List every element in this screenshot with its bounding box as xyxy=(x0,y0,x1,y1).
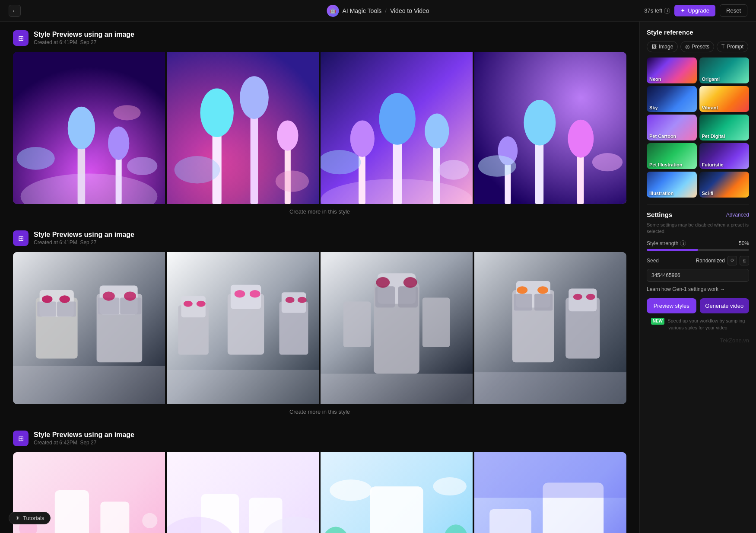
style-strength-row: Style strength ℹ 50% xyxy=(647,240,749,251)
preset-pet-illustration[interactable]: Pet Illustration xyxy=(647,143,697,169)
svg-point-30 xyxy=(524,100,556,146)
svg-point-22 xyxy=(350,120,375,156)
svg-point-5 xyxy=(17,147,55,170)
svg-point-42 xyxy=(42,295,53,303)
sidebar: Style reference 🖼 Image ◎ Presets T Prom… xyxy=(639,22,756,533)
svg-point-58 xyxy=(235,290,245,298)
image-cell[interactable] xyxy=(13,52,165,204)
topbar-center: 🤖 AI Magic Tools / Video to Video xyxy=(327,5,429,17)
image-cell[interactable] xyxy=(474,252,626,404)
advanced-link[interactable]: Advanced xyxy=(726,212,749,218)
ref-tab-prompt[interactable]: T Prompt xyxy=(717,41,748,52)
svg-rect-68 xyxy=(375,286,395,307)
preset-neon[interactable]: Neon xyxy=(647,57,697,83)
settings-note: Some settings may be disabled when a pre… xyxy=(647,222,749,235)
style-group-2-grid xyxy=(13,252,626,404)
seed-copy-button[interactable]: ⎘ xyxy=(740,256,749,265)
image-cell[interactable] xyxy=(167,452,319,533)
slider-fill xyxy=(647,249,698,251)
style-group-3-header: ⊞ Style Previews using an image Created … xyxy=(13,431,626,446)
style-group-1-created: Created at 6:41PM, Sep 27 xyxy=(34,39,134,45)
image-cell[interactable] xyxy=(321,252,473,404)
timer-info-icon[interactable]: ℹ xyxy=(664,8,670,14)
svg-point-95 xyxy=(142,513,157,528)
svg-rect-79 xyxy=(534,294,553,311)
svg-point-35 xyxy=(478,155,516,176)
seed-randomize-button[interactable]: ⟳ xyxy=(727,256,737,265)
ref-tab-presets[interactable]: ◎ Presets xyxy=(680,41,714,52)
svg-rect-41 xyxy=(57,301,76,316)
svg-point-55 xyxy=(197,301,206,307)
settings-title: Settings xyxy=(647,211,672,218)
generate-video-button[interactable]: Generate video xyxy=(700,298,750,313)
preset-pet-cartoon[interactable]: Pet Cartoon xyxy=(647,115,697,140)
style-group-2: ⊞ Style Previews using an image Created … xyxy=(13,230,626,415)
style-group-2-info: Style Previews using an image Created at… xyxy=(34,231,134,246)
ref-tab-image[interactable]: 🖼 Image xyxy=(647,41,678,52)
svg-point-43 xyxy=(59,295,70,303)
create-more-1[interactable]: Create more in this style xyxy=(13,208,626,215)
svg-point-4 xyxy=(108,126,129,160)
ref-tabs: 🖼 Image ◎ Presets T Prompt xyxy=(647,41,749,52)
svg-rect-72 xyxy=(343,301,371,347)
image-cell[interactable] xyxy=(321,452,473,533)
svg-rect-83 xyxy=(569,288,597,311)
svg-point-71 xyxy=(403,277,417,288)
preset-vibrant[interactable]: Vibrant xyxy=(699,86,750,112)
svg-rect-64 xyxy=(167,370,319,404)
reset-button[interactable]: Reset xyxy=(720,4,747,17)
seed-input[interactable]: 3454465966 xyxy=(647,269,749,282)
image-cell[interactable] xyxy=(167,52,319,204)
preset-sky[interactable]: Sky xyxy=(647,86,697,112)
style-strength-slider[interactable] xyxy=(647,249,749,251)
style-strength-label-row: Style strength ℹ 50% xyxy=(647,240,749,246)
svg-point-81 xyxy=(537,286,548,294)
preset-origami[interactable]: Origami xyxy=(699,57,750,83)
tool-name: AI Magic Tools xyxy=(343,7,382,14)
back-button[interactable]: ← xyxy=(9,5,21,17)
svg-point-16 xyxy=(175,156,220,183)
topbar-left: ← xyxy=(9,5,21,17)
svg-rect-88 xyxy=(55,490,89,533)
style-group-1-title: Style Previews using an image xyxy=(34,31,134,38)
timer-display: 37s left ℹ xyxy=(644,7,670,14)
svg-point-63 xyxy=(298,297,307,303)
upgrade-button[interactable]: ✦ Upgrade xyxy=(674,5,715,16)
create-more-2[interactable]: Create more in this style xyxy=(13,409,626,415)
preview-styles-button[interactable]: Preview styles xyxy=(647,298,696,313)
content-area: ⊞ Style Previews using an image Created … xyxy=(0,22,639,533)
style-strength-info-icon[interactable]: ℹ xyxy=(680,240,686,246)
seed-controls: Randomized ⟳ ⎘ xyxy=(696,256,749,265)
style-reference-title: Style reference xyxy=(647,29,749,36)
style-group-2-icon: ⊞ xyxy=(13,230,29,246)
image-cell[interactable] xyxy=(167,252,319,404)
style-group-3-title: Style Previews using an image xyxy=(34,431,134,439)
svg-rect-50 xyxy=(13,366,165,404)
svg-rect-120 xyxy=(489,509,531,533)
svg-point-2 xyxy=(68,107,95,150)
page-title: Video to Video xyxy=(390,7,429,14)
svg-rect-73 xyxy=(422,298,450,347)
svg-point-24 xyxy=(425,114,449,149)
topbar-right: 37s left ℹ ✦ Upgrade Reset xyxy=(644,4,747,17)
svg-point-13 xyxy=(240,76,269,119)
image-tab-icon: 🖼 xyxy=(651,44,657,50)
image-cell[interactable] xyxy=(13,252,165,404)
preset-illustration[interactable]: Illustration xyxy=(647,172,697,198)
style-group-1-icon: ⊞ xyxy=(13,30,29,46)
preset-pet-digital[interactable]: Pet Digital xyxy=(699,115,750,140)
divider xyxy=(647,204,749,205)
style-group-1-info: Style Previews using an image Created at… xyxy=(34,31,134,45)
tutorials-button[interactable]: ☀ Tutorials xyxy=(9,512,51,524)
watermark: TekZone.vn xyxy=(647,337,749,344)
style-group-1: ⊞ Style Previews using an image Created … xyxy=(13,30,626,215)
image-cell[interactable] xyxy=(474,452,626,533)
preset-futuristic[interactable]: Futuristic xyxy=(699,143,750,169)
svg-rect-124 xyxy=(474,452,626,498)
image-cell[interactable] xyxy=(321,52,473,204)
learn-link[interactable]: Learn how Gen-1 settings work → xyxy=(647,286,749,292)
image-cell[interactable] xyxy=(474,52,626,204)
preset-sci-fi[interactable]: Sci-fi xyxy=(699,172,750,198)
svg-point-15 xyxy=(277,120,298,150)
style-strength-value: 50% xyxy=(739,240,749,246)
